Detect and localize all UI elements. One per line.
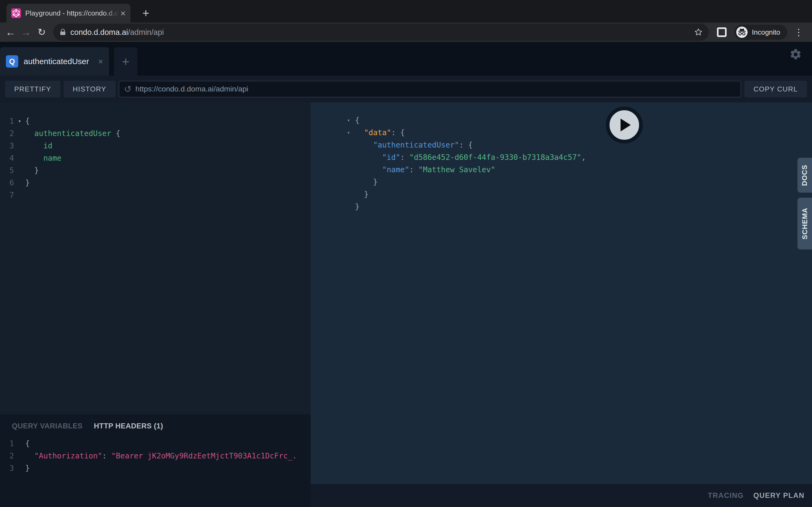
browser-tabstrip: Playground - https://condo.d.d × + (0, 0, 812, 22)
tab-query-variables[interactable]: QUERY VARIABLES (12, 422, 83, 430)
play-icon (620, 119, 631, 131)
left-pane: 1▾{2 authenticatedUser {3 id4 name5 }6}7… (0, 103, 311, 507)
line-number: 1 (0, 439, 14, 448)
back-icon[interactable]: ← (3, 26, 18, 38)
code-line: 2 authenticatedUser { (0, 127, 311, 139)
code-line: 2 "Authorization": "Bearer jK2oMGy9RdzEe… (0, 450, 311, 462)
copy-curl-button[interactable]: COPY CURL (744, 81, 807, 97)
code-line: 6} (0, 176, 311, 189)
session-close-icon[interactable]: × (98, 57, 103, 66)
code-text: "Authorization": "Bearer jK2oMGy9RdzEetM… (25, 451, 297, 460)
code-text: "authenticatedUser": { (355, 140, 472, 150)
code-text: } (355, 190, 369, 199)
code-text: } (25, 166, 39, 175)
new-session-button[interactable]: + (114, 47, 138, 76)
results-footer: TRACING QUERY PLAN (311, 484, 812, 507)
side-panel-icon[interactable] (717, 27, 727, 37)
line-number: 2 (0, 129, 14, 138)
tab-http-headers[interactable]: HTTP HEADERS (1) (94, 422, 163, 430)
address-bar[interactable]: condo.d.doma.ai/admin/api (53, 23, 709, 41)
endpoint-url: https://condo.d.doma.ai/admin/api (135, 85, 248, 93)
query-badge: Q (6, 55, 18, 68)
tab-close-icon[interactable]: × (120, 9, 126, 18)
history-button[interactable]: HISTORY (64, 81, 115, 97)
variables-pane: QUERY VARIABLES HTTP HEADERS (1) 1{2 "Au… (0, 414, 311, 507)
http-headers-editor[interactable]: 1{2 "Authorization": "Bearer jK2oMGy9Rdz… (0, 437, 311, 474)
endpoint-input[interactable]: ↺ https://condo.d.doma.ai/admin/api (119, 81, 741, 97)
prettify-button[interactable]: PRETTIFY (5, 81, 60, 97)
browser-tab-title: Playground - https://condo.d.d (25, 9, 119, 17)
code-text: "name": "Matthew Savelev" (355, 165, 495, 174)
code-text: id (25, 142, 52, 150)
code-text: name (25, 154, 61, 163)
session-tab-bar: Q authenticatedUser × + (0, 42, 812, 76)
lock-icon (59, 29, 66, 36)
new-tab-button[interactable]: + (139, 6, 153, 20)
code-line: } (347, 188, 812, 201)
code-text: { (355, 116, 360, 125)
session-tab-authenticateduser[interactable]: Q authenticatedUser × (0, 47, 109, 76)
line-number: 6 (0, 178, 14, 187)
code-text: } (25, 464, 30, 473)
code-text: { (25, 439, 30, 448)
code-text: authenticatedUser { (25, 129, 120, 138)
endpoint-history-icon: ↺ (124, 84, 132, 95)
code-text: } (355, 178, 377, 186)
results-pane: ▾{▾ "data": { "authenticatedUser": { "id… (311, 103, 812, 507)
code-text: "data": { (355, 128, 405, 137)
code-line: ▾{ (347, 114, 812, 126)
code-line: } (347, 201, 812, 213)
variables-tabs: QUERY VARIABLES HTTP HEADERS (1) (0, 414, 311, 430)
settings-gear-icon[interactable] (789, 48, 802, 61)
workspace: 1▾{2 authenticatedUser {3 id4 name5 }6}7… (0, 103, 812, 507)
code-line: 5 } (0, 164, 311, 176)
code-line: "authenticatedUser": { (347, 139, 812, 151)
line-number: 7 (0, 191, 14, 200)
query-plan-toggle[interactable]: QUERY PLAN (753, 492, 805, 500)
graphql-favicon-icon (11, 8, 21, 18)
reload-icon[interactable]: ↻ (34, 26, 49, 38)
code-line: 1▾{ (0, 115, 311, 127)
incognito-label: Incognito (752, 28, 780, 37)
url-path: /admin/api (128, 28, 164, 37)
code-line: } (347, 176, 812, 188)
schema-side-tab[interactable]: SCHEMA (798, 198, 812, 249)
code-text: } (355, 202, 360, 211)
code-line: 3 id (0, 139, 311, 152)
browser-menu-icon[interactable]: ⋮ (794, 27, 803, 38)
fold-arrow-icon[interactable]: ▾ (14, 118, 25, 124)
url-host: condo.d.doma.ai (70, 28, 128, 37)
session-tab-title: authenticatedUser (23, 57, 98, 66)
playground-controls: PRETTIFY HISTORY ↺ https://condo.d.doma.… (0, 76, 812, 103)
code-line: 3} (0, 462, 311, 474)
code-text: } (25, 178, 30, 187)
browser-toolbar: ← → ↻ condo.d.doma.ai/admin/api (0, 22, 812, 42)
line-number: 5 (0, 166, 14, 175)
code-line: 7 (0, 189, 311, 201)
fold-arrow-icon[interactable]: ▾ (347, 129, 355, 136)
line-number: 3 (0, 464, 14, 473)
response-viewer: ▾{▾ "data": { "authenticatedUser": { "id… (311, 103, 812, 484)
query-editor[interactable]: 1▾{2 authenticatedUser {3 id4 name5 }6}7 (0, 103, 311, 414)
graphql-playground: Q authenticatedUser × + PRETTIFY HISTORY… (0, 42, 812, 507)
incognito-badge: Incognito (734, 25, 787, 40)
code-line: 4 name (0, 152, 311, 164)
line-number: 1 (0, 117, 14, 125)
url-text: condo.d.doma.ai/admin/api (70, 28, 694, 37)
fold-arrow-icon[interactable]: ▾ (347, 117, 355, 123)
browser-tab[interactable]: Playground - https://condo.d.d × (6, 4, 131, 22)
incognito-icon (736, 26, 748, 38)
execute-play-button[interactable] (606, 107, 643, 144)
code-line: ▾ "data": { (347, 126, 812, 139)
bookmark-star-icon[interactable] (694, 27, 703, 37)
docs-side-tab[interactable]: DOCS (798, 158, 812, 192)
tracing-toggle[interactable]: TRACING (708, 492, 744, 500)
line-number: 4 (0, 154, 14, 163)
line-number: 3 (0, 142, 14, 150)
forward-icon[interactable]: → (18, 26, 34, 38)
code-text: "id": "d586e452-d60f-44fa-9330-b7318a3a4… (355, 153, 586, 162)
code-line: "name": "Matthew Savelev" (347, 163, 812, 176)
code-line: 1{ (0, 437, 311, 450)
line-number: 2 (0, 451, 14, 460)
code-line: "id": "d586e452-d60f-44fa-9330-b7318a3a4… (347, 151, 812, 163)
